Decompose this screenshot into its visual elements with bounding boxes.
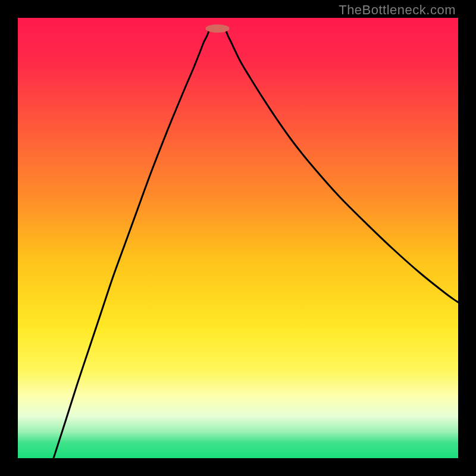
valley-marker (206, 24, 230, 33)
gradient-background (18, 18, 458, 458)
plot-svg (18, 18, 458, 458)
watermark-text: TheBottleneck.com (339, 2, 456, 18)
plot-area (18, 18, 458, 458)
chart-frame: TheBottleneck.com (0, 0, 476, 476)
